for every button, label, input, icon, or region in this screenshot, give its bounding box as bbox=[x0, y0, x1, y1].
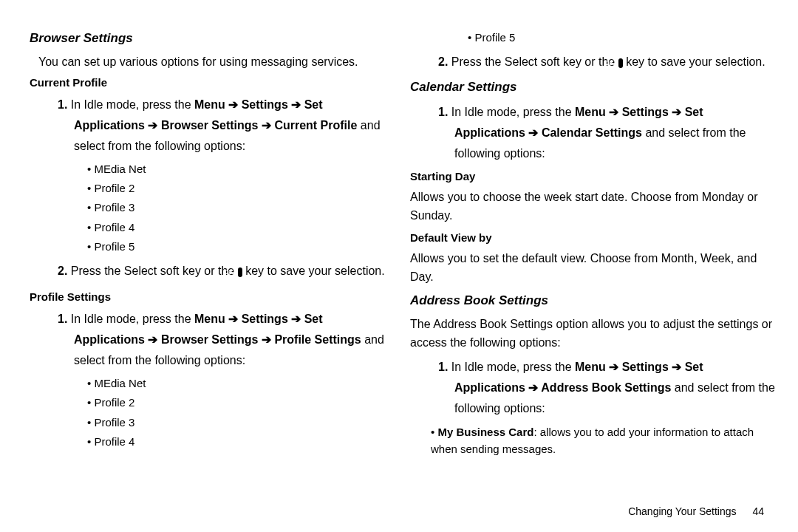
list-item: Profile 2 bbox=[87, 393, 395, 412]
footer-page-number: 44 bbox=[752, 505, 764, 517]
step-text-prefix: In Idle mode, press the bbox=[451, 361, 575, 373]
heading-profile-settings: Profile Settings bbox=[30, 290, 395, 303]
footer-section-name: Changing Your Settings bbox=[628, 505, 736, 517]
profile-settings-options: MEdia Net Profile 2 Profile 3 Profile 4 bbox=[87, 374, 395, 451]
step-text-b: key to save your selection. bbox=[623, 55, 765, 68]
profile-settings-step1: 1. In Idle mode, press the Menu ➔ Settin… bbox=[74, 309, 395, 371]
default-view-text: Allows you to set the default view. Choo… bbox=[410, 250, 776, 287]
list-number: 2. bbox=[58, 265, 67, 277]
browser-intro-text: You can set up various options for using… bbox=[38, 53, 395, 72]
address-step1: 1. In Idle mode, press the Menu ➔ Settin… bbox=[454, 357, 776, 419]
list-item: MEdia Net bbox=[87, 160, 395, 179]
left-column: Browser Settings You can set up various … bbox=[30, 28, 395, 463]
list-item: Profile 4 bbox=[87, 432, 395, 451]
heading-address-book: Address Book Settings bbox=[410, 293, 776, 308]
list-number: 1. bbox=[438, 106, 448, 118]
address-sublist: • My Business Card: allows you to add yo… bbox=[431, 423, 776, 458]
my-business-card-label: My Business Card bbox=[437, 426, 533, 438]
calendar-step1: 1. In Idle mode, press the Menu ➔ Settin… bbox=[454, 102, 776, 164]
list-number: 2. bbox=[438, 55, 448, 68]
heading-calendar-settings: Calendar Settings bbox=[410, 80, 776, 95]
list-item: • My Business Card: allows you to add yo… bbox=[431, 423, 776, 458]
page-footer: Changing Your Settings 44 bbox=[628, 505, 764, 517]
list-number: 1. bbox=[58, 98, 67, 111]
list-number: 1. bbox=[438, 361, 448, 373]
step-text-a: Press the Select soft key or the bbox=[451, 55, 618, 68]
heading-default-view: Default View by bbox=[410, 231, 776, 244]
current-profile-step1: 1. In Idle mode, press the Menu ➔ Settin… bbox=[74, 95, 395, 157]
right-column: Profile 5 2. Press the Select soft key o… bbox=[410, 28, 776, 463]
list-item: Profile 3 bbox=[87, 198, 395, 217]
step-text-prefix: In Idle mode, press the bbox=[451, 106, 575, 118]
continued-step2: 2. Press the Select soft key or the OK k… bbox=[454, 52, 776, 72]
list-item: Profile 4 bbox=[87, 218, 395, 237]
page-content: Browser Settings You can set up various … bbox=[0, 0, 798, 477]
step-text-a: Press the Select soft key or the bbox=[71, 265, 238, 277]
heading-current-profile: Current Profile bbox=[30, 76, 395, 89]
address-intro-text: The Address Book Settings option allows … bbox=[410, 316, 776, 352]
list-item: Profile 3 bbox=[87, 413, 395, 432]
current-profile-step2: 2. Press the Select soft key or the OK k… bbox=[74, 261, 395, 282]
list-item: Profile 5 bbox=[87, 237, 395, 256]
continued-options: Profile 5 bbox=[468, 28, 776, 47]
starting-day-text: Allows you to choose the week start date… bbox=[410, 188, 776, 225]
list-item: Profile 2 bbox=[87, 179, 395, 198]
list-item: Profile 5 bbox=[468, 28, 776, 47]
step-text-prefix: In Idle mode, press the bbox=[71, 98, 194, 111]
step-text-prefix: In Idle mode, press the bbox=[71, 313, 194, 325]
heading-starting-day: Starting Day bbox=[410, 170, 776, 183]
list-number: 1. bbox=[58, 313, 67, 325]
heading-browser-settings: Browser Settings bbox=[30, 31, 395, 46]
step-text-b: key to save your selection. bbox=[242, 265, 385, 277]
list-item: MEdia Net bbox=[87, 374, 395, 393]
current-profile-options: MEdia Net Profile 2 Profile 3 Profile 4 … bbox=[87, 160, 395, 256]
